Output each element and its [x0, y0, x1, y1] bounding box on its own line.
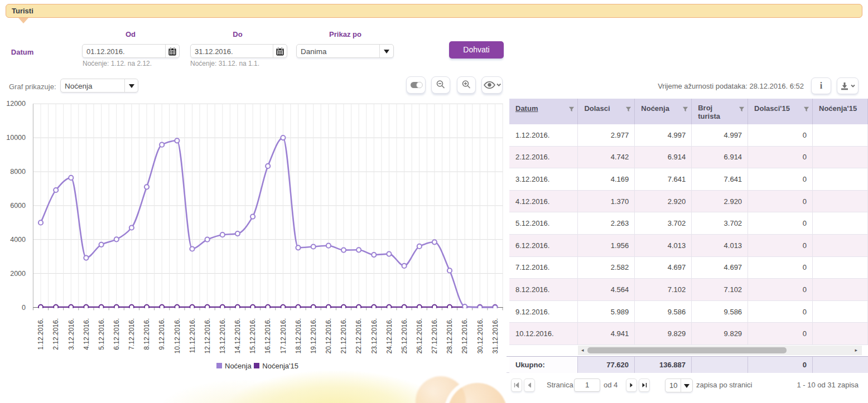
svg-text:21.12.2016.: 21.12.2016. [340, 318, 348, 353]
svg-text:6000: 6000 [10, 202, 26, 210]
svg-text:2.12.2016.: 2.12.2016. [52, 318, 60, 350]
svg-text:17.12.2016.: 17.12.2016. [279, 318, 287, 353]
svg-text:29.12.2016.: 29.12.2016. [461, 318, 469, 353]
svg-text:12.12.2016.: 12.12.2016. [204, 318, 211, 353]
svg-text:12000: 12000 [6, 100, 26, 108]
svg-text:31.12.2016.: 31.12.2016. [491, 318, 499, 353]
svg-text:19.12.2016.: 19.12.2016. [310, 318, 317, 353]
svg-text:10000: 10000 [6, 134, 26, 142]
svg-text:3.12.2016.: 3.12.2016. [67, 318, 75, 350]
svg-text:30.12.2016.: 30.12.2016. [476, 318, 484, 353]
svg-text:8000: 8000 [10, 168, 26, 176]
svg-text:14.12.2016.: 14.12.2016. [234, 318, 242, 353]
svg-text:4000: 4000 [10, 236, 26, 244]
svg-text:26.12.2016.: 26.12.2016. [416, 318, 423, 353]
svg-text:28.12.2016.: 28.12.2016. [446, 318, 454, 353]
svg-text:23.12.2016.: 23.12.2016. [370, 318, 378, 353]
svg-text:4.12.2016.: 4.12.2016. [83, 318, 90, 350]
svg-text:9.12.2016.: 9.12.2016. [158, 318, 166, 350]
svg-text:20.12.2016.: 20.12.2016. [325, 318, 332, 353]
svg-text:2000: 2000 [10, 270, 26, 278]
svg-text:15.12.2016.: 15.12.2016. [249, 318, 257, 353]
svg-text:16.12.2016.: 16.12.2016. [264, 318, 272, 353]
svg-text:27.12.2016.: 27.12.2016. [431, 318, 438, 353]
svg-text:0: 0 [22, 304, 26, 312]
svg-text:7.12.2016.: 7.12.2016. [128, 318, 136, 350]
svg-text:5.12.2016.: 5.12.2016. [98, 318, 105, 350]
svg-text:8.12.2016.: 8.12.2016. [143, 318, 151, 350]
svg-text:22.12.2016.: 22.12.2016. [355, 318, 363, 353]
svg-text:25.12.2016.: 25.12.2016. [401, 318, 408, 353]
svg-text:18.12.2016.: 18.12.2016. [295, 318, 302, 353]
svg-text:24.12.2016.: 24.12.2016. [385, 318, 393, 353]
svg-text:10.12.2016.: 10.12.2016. [173, 318, 181, 353]
svg-text:11.12.2016.: 11.12.2016. [189, 318, 196, 353]
svg-text:13.12.2016.: 13.12.2016. [219, 318, 226, 353]
svg-text:6.12.2016.: 6.12.2016. [113, 318, 120, 350]
svg-text:1.12.2016.: 1.12.2016. [37, 318, 45, 350]
